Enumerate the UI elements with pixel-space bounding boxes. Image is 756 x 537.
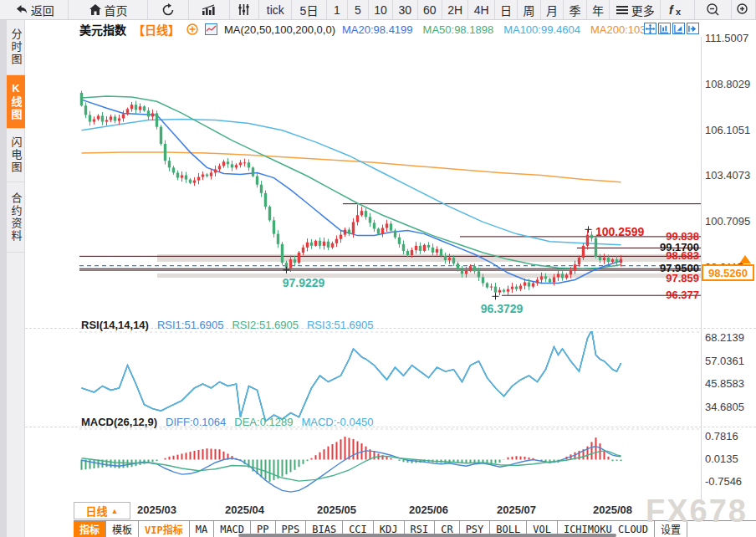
candle-body xyxy=(164,144,166,161)
date-tick: 2025/05 xyxy=(317,504,356,516)
candle-body xyxy=(97,115,100,119)
axis-label: 0.0135 xyxy=(705,453,738,465)
period-dropdown[interactable]: 日线▲ xyxy=(74,502,130,519)
candle-body xyxy=(586,235,589,246)
toolbar-item-m10[interactable]: 10 xyxy=(369,0,393,19)
toolbar-item-year[interactable]: 年 xyxy=(587,0,610,19)
candle-body xyxy=(273,220,275,233)
macd-value: DIFF:0.1064 xyxy=(166,416,226,428)
toolbar-item-label: 季 xyxy=(570,2,581,18)
toolbar-item-m1[interactable]: 1 xyxy=(327,0,349,19)
toolbar-item-label: 2H xyxy=(447,3,462,17)
mini-chart-icon[interactable] xyxy=(205,23,217,35)
horizontal-scrollbar[interactable] xyxy=(238,534,616,537)
axis-label: 106.1051 xyxy=(705,124,750,136)
candle-body xyxy=(335,239,338,243)
candle-body xyxy=(294,259,296,263)
sidebar-tab-time-chart[interactable]: 分时图 xyxy=(7,20,25,75)
candle-body xyxy=(352,222,355,233)
candle-body xyxy=(206,175,208,176)
candle-body xyxy=(498,290,501,293)
toolbar-item-quarter[interactable]: 季 xyxy=(564,0,586,19)
sidebar-tab-lightning-chart[interactable]: 闪电图 xyxy=(7,129,25,182)
candle-body xyxy=(105,120,108,122)
bars-icon xyxy=(202,4,217,16)
indicator-tab-indicators[interactable]: 指标 xyxy=(74,521,106,537)
indicator-tab-ma[interactable]: MA xyxy=(190,521,214,537)
candle-body xyxy=(386,223,388,228)
sidebar-tab-contract-info[interactable]: 合约资料 xyxy=(7,182,25,253)
candle-body xyxy=(465,270,467,274)
go-last-icon[interactable] xyxy=(687,23,699,34)
toolbar-item-home[interactable]: 首页 xyxy=(69,0,147,19)
candle-body xyxy=(394,231,396,238)
toolbar-item-label: 年 xyxy=(592,2,604,18)
axis-label: 68.2139 xyxy=(705,331,744,344)
toolbar-item-zoom-out[interactable] xyxy=(695,0,731,19)
candle-body xyxy=(620,259,622,263)
toolbar-item-week[interactable]: 周 xyxy=(518,0,540,19)
ma100-line xyxy=(82,120,621,245)
toolbar-item-month[interactable]: 月 xyxy=(541,0,564,19)
toolbar-item-m30[interactable]: 30 xyxy=(393,0,417,19)
macd-header: MACD(26,12,9)DIFF:0.1064DEA:0.1289MACD:-… xyxy=(81,416,373,428)
toolbar-item-label: 日 xyxy=(500,2,512,18)
axis-label: 103.4073 xyxy=(705,169,750,182)
candle-body xyxy=(176,172,179,177)
candle-body xyxy=(415,246,417,250)
fit-width-icon[interactable] xyxy=(658,23,671,34)
toolbar-item-label: 5日 xyxy=(300,2,319,18)
rsi1-line xyxy=(82,331,621,422)
candle-body xyxy=(277,234,279,244)
toolbar-item-zoom-in[interactable] xyxy=(732,0,756,19)
fit-screen-icon[interactable] xyxy=(672,23,685,34)
rsi-value: RSI3:51.6905 xyxy=(307,319,374,331)
toolbar-item-back[interactable]: 返回 xyxy=(0,0,69,19)
candle-body xyxy=(110,116,112,120)
candle-body xyxy=(590,235,593,238)
toolbar-item-label: 首页 xyxy=(105,2,128,18)
pan-icon[interactable] xyxy=(644,23,656,34)
candle-body xyxy=(151,113,154,116)
toolbar-item-tick[interactable]: tick xyxy=(259,0,292,19)
candle-body xyxy=(607,258,610,262)
symbol-name: 美元指数 xyxy=(79,21,126,38)
candle-body xyxy=(365,211,367,217)
candle-body xyxy=(243,162,246,163)
toolbar-item-h2[interactable]: 2H xyxy=(442,0,468,19)
toolbar-item-5d[interactable]: 5日 xyxy=(292,0,326,19)
indicator-tab-vip-indicators[interactable]: VIP指标 xyxy=(139,521,190,537)
candle-body xyxy=(457,263,459,269)
candle-body xyxy=(528,283,530,287)
candle-body xyxy=(298,253,300,263)
candle-body xyxy=(444,256,447,260)
candle-body xyxy=(524,283,526,286)
candle-body xyxy=(168,161,171,167)
toolbar-item-refresh[interactable] xyxy=(148,0,189,19)
add-circle-icon[interactable] xyxy=(186,23,198,35)
toolbar-item-m60[interactable]: 60 xyxy=(418,0,442,19)
toolbar-item-more[interactable]: 更多 xyxy=(610,0,661,19)
toolbar-item-h4[interactable]: 4H xyxy=(468,0,494,19)
toolbar-item-chart-type[interactable] xyxy=(189,0,230,19)
toolbar-item-day[interactable]: 日 xyxy=(495,0,518,19)
level-label: 98.683 xyxy=(666,249,699,262)
macd-plot[interactable] xyxy=(79,428,701,504)
candle-body xyxy=(327,242,329,248)
toolbar-item-sliders[interactable] xyxy=(230,0,259,19)
sidebar-tab-kline-chart[interactable]: K线图 xyxy=(7,75,25,129)
toolbar-item-fx[interactable]: fx xyxy=(661,0,695,19)
rsi-plot[interactable] xyxy=(79,331,701,423)
home-icon xyxy=(89,3,102,16)
toolbar-item-label: 4H xyxy=(474,3,489,17)
price-chart-plot[interactable]: 100.259997.922996.3729 xyxy=(79,37,701,325)
candle-body xyxy=(411,250,413,255)
toolbar-item-label: 月 xyxy=(546,2,558,18)
toolbar-item-m5[interactable]: 5 xyxy=(348,0,369,19)
indicator-tab-templates[interactable]: 模板 xyxy=(106,521,139,537)
axis-label: 34.6805 xyxy=(705,401,744,413)
candle-body xyxy=(126,109,129,114)
rsi-title: RSI(14,14,14) xyxy=(81,319,149,331)
candle-body xyxy=(482,277,484,283)
candle-body xyxy=(348,230,350,234)
